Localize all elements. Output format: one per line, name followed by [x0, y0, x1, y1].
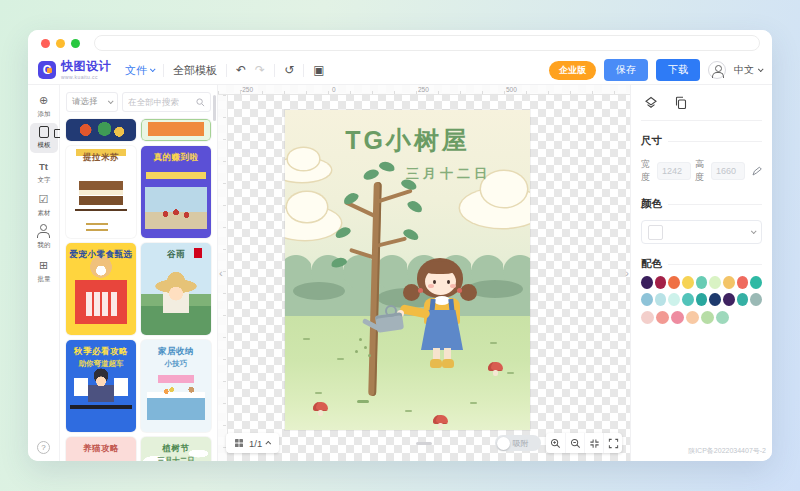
template-thumbnail[interactable] — [141, 119, 211, 141]
palette-row — [641, 293, 762, 306]
palette-color-dot[interactable] — [671, 311, 684, 324]
palette-color-dot[interactable] — [668, 293, 680, 306]
palette-section-label: 配色 — [641, 257, 662, 271]
language-selector[interactable]: 中文 — [734, 63, 762, 77]
history-icon[interactable]: ↺ — [284, 64, 294, 76]
traffic-lights — [41, 39, 80, 48]
palette-color-dot[interactable] — [641, 276, 653, 289]
palette-color-dot[interactable] — [686, 311, 699, 324]
app-logo[interactable]: C 快图设计 www.kuaitu.cc — [38, 60, 111, 79]
chevron-down-icon — [150, 66, 156, 72]
search-input[interactable] — [128, 97, 196, 107]
user-avatar[interactable] — [708, 61, 726, 79]
template-thumbnail[interactable] — [66, 119, 136, 141]
fit-to-screen-icon[interactable] — [584, 433, 603, 453]
template-thumbnail[interactable]: 家居收纳 小技巧 — [141, 340, 211, 432]
undo-icon[interactable]: ↶ — [236, 64, 246, 76]
browser-window: C 快图设计 www.kuaitu.cc 文件 全部模板 ↶ ↷ ↺ ▣ 企业版… — [28, 30, 772, 461]
palette-color-dot[interactable] — [750, 293, 762, 306]
template-thumbnail[interactable]: 养猫攻略 — [66, 437, 136, 461]
palette-color-dot[interactable] — [682, 276, 694, 289]
panel-scrollbar[interactable] — [213, 95, 216, 121]
template-thumbnail[interactable]: 植树节 三月十二日 — [141, 437, 211, 461]
palette-color-dot[interactable] — [750, 276, 762, 289]
size-section-label: 尺寸 — [641, 134, 662, 148]
leaf — [406, 199, 424, 215]
edit-size-icon[interactable] — [752, 166, 762, 176]
palette-color-dot[interactable] — [682, 293, 694, 306]
enterprise-button[interactable]: 企业版 — [549, 61, 596, 80]
canvas-area[interactable]: -2500250500 ‹ › TG小树屋 三月十二日 — [218, 85, 630, 461]
palette-color-dot[interactable] — [716, 311, 729, 324]
template-thumbnail[interactable]: 爱宠小零食甄选 — [66, 243, 136, 335]
palette-color-dot[interactable] — [723, 293, 735, 306]
all-templates-menu[interactable]: 全部模板 — [173, 63, 217, 78]
template-subtitle: 小技巧 — [141, 359, 211, 369]
palette-color-dot[interactable] — [641, 293, 653, 306]
file-menu[interactable]: 文件 — [125, 63, 154, 78]
style-icon[interactable] — [641, 93, 661, 113]
palette-color-dot[interactable] — [723, 276, 735, 289]
template-thumbnail[interactable]: 谷雨 — [141, 243, 211, 335]
palette-color-dot[interactable] — [655, 293, 667, 306]
palette-color-dot[interactable] — [709, 276, 721, 289]
zoom-in-icon[interactable] — [546, 433, 565, 453]
height-input[interactable] — [711, 162, 745, 180]
sidebar-icon — [39, 91, 48, 107]
page-indicator[interactable]: 1/1 — [226, 433, 279, 453]
height-label: 高度 — [695, 158, 707, 184]
sidebar-item[interactable]: 添加 — [30, 90, 58, 120]
sidebar-item[interactable]: 批量 — [30, 255, 58, 285]
palette-color-dot[interactable] — [655, 276, 667, 289]
adjust-icon[interactable]: ▣ — [313, 64, 324, 76]
template-artwork — [66, 119, 136, 141]
sidebar-item[interactable]: 素材 — [30, 189, 58, 219]
horizontal-scroll-thumb[interactable] — [416, 442, 432, 445]
download-button[interactable]: 下载 — [656, 59, 700, 81]
palette-color-dot[interactable] — [668, 276, 680, 289]
zoom-out-icon[interactable] — [565, 433, 584, 453]
help-button[interactable]: ? — [37, 441, 50, 454]
palette-color-dot[interactable] — [701, 311, 714, 324]
maximize-window-button[interactable] — [71, 39, 80, 48]
palette-color-dot[interactable] — [709, 293, 721, 306]
save-button[interactable]: 保存 — [604, 59, 648, 81]
sidebar-item[interactable]: 我的 — [30, 222, 58, 252]
template-thumbnail[interactable]: 真的赚到啦 — [141, 146, 211, 238]
palette-color-dot[interactable] — [737, 276, 749, 289]
width-input[interactable] — [657, 162, 691, 180]
palette-color-dot[interactable] — [737, 293, 749, 306]
search-box — [122, 92, 211, 112]
pages-icon — [234, 438, 244, 448]
sidebar-item[interactable]: 模板 — [30, 123, 58, 153]
template-thumbnail[interactable]: 秋季必看攻略 助你弯道超车 — [66, 340, 136, 432]
palette-color-dot[interactable] — [696, 293, 708, 306]
collapse-right-panel-arrow[interactable]: › — [625, 267, 629, 279]
poster-title[interactable]: TG小树屋 — [285, 124, 530, 157]
snap-toggle[interactable]: 吸附 — [495, 435, 541, 451]
fullscreen-icon[interactable] — [603, 433, 622, 453]
zoom-toolbar — [546, 433, 622, 453]
sidebar-item-label: 我的 — [37, 240, 50, 249]
palette-color-dot[interactable] — [641, 311, 654, 324]
close-window-button[interactable] — [41, 39, 50, 48]
category-filter-dropdown[interactable]: 请选择 — [66, 92, 118, 112]
poster-subtitle[interactable]: 三月十二日 — [375, 165, 522, 183]
template-title: 谷雨 — [141, 249, 211, 261]
template-artwork — [141, 119, 211, 141]
mushroom — [488, 362, 503, 376]
palette-color-dot[interactable] — [656, 311, 669, 324]
chevron-up-icon — [266, 441, 272, 447]
poster-artboard[interactable]: TG小树屋 三月十二日 — [285, 110, 530, 430]
minimize-window-button[interactable] — [56, 39, 65, 48]
sidebar-item[interactable]: 文字 — [30, 156, 58, 186]
template-title: 真的赚到啦 — [141, 152, 211, 164]
template-thumbnail[interactable]: 提拉米苏 — [66, 146, 136, 238]
background-color-select[interactable] — [641, 220, 762, 244]
address-bar[interactable] — [94, 35, 760, 51]
redo-icon[interactable]: ↷ — [255, 64, 265, 76]
collapse-left-panel-arrow[interactable]: ‹ — [219, 267, 223, 279]
copy-icon[interactable] — [671, 93, 691, 113]
palette-color-dot[interactable] — [696, 276, 708, 289]
template-title: 秋季必看攻略 — [66, 346, 136, 358]
